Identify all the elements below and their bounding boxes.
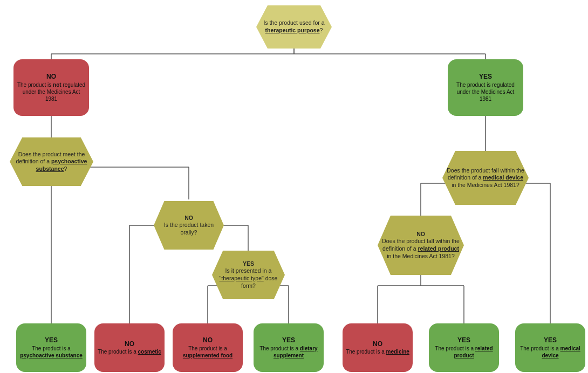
terminal-dietary-supplement: YES The product is a dietary supplement: [254, 323, 324, 372]
terminal-psychoactive-text: YES The product is a psychoactive substa…: [16, 334, 86, 361]
top-question-text: Is the product used for a therapeutic pu…: [256, 17, 332, 36]
psychoactive-question-text: Does the product meet the definition of …: [10, 149, 93, 175]
medical-device-question-text: Does the product fall within the definit…: [442, 165, 529, 191]
related-product-question-node: NODoes the product fall within the defin…: [378, 216, 464, 275]
terminal-cosmetic: NO The product is a cosmetic: [94, 323, 165, 372]
terminal-cosmetic-text: NO The product is a cosmetic: [95, 338, 164, 358]
flowchart: Is the product used for a therapeutic pu…: [0, 0, 588, 373]
terminal-related-product-text: YES The product is a related product: [429, 334, 499, 361]
therapeutic-type-question-node: YESIs it presented in a "therapeutic typ…: [212, 251, 285, 299]
terminal-medical-device: YES The product is a medical device: [515, 323, 585, 372]
no-medicines-act-text: NO The product is not regulated under th…: [13, 71, 89, 105]
therapeutic-type-question-text: YESIs it presented in a "therapeutic typ…: [212, 258, 285, 292]
orally-question-node: NOIs the product taken orally?: [154, 201, 224, 250]
terminal-related-product: YES The product is a related product: [429, 323, 499, 372]
terminal-medical-device-text: YES The product is a medical device: [515, 334, 585, 361]
related-product-question-text: NODoes the product fall within the defin…: [378, 229, 464, 263]
terminal-medicine-text: NO The product is a medicine: [343, 338, 412, 358]
orally-question-text: NOIs the product taken orally?: [154, 212, 224, 239]
terminal-supplemented-food-text: NO The product is a supplemented food: [173, 334, 243, 361]
terminal-psychoactive: YES The product is a psychoactive substa…: [16, 323, 86, 372]
terminal-medicine: NO The product is a medicine: [343, 323, 413, 372]
terminal-supplemented-food: NO The product is a supplemented food: [173, 323, 243, 372]
medical-device-question-node: Does the product fall within the definit…: [442, 151, 529, 205]
terminal-dietary-supplement-text: YES The product is a dietary supplement: [254, 334, 324, 361]
psychoactive-question-node: Does the product meet the definition of …: [10, 137, 93, 186]
yes-medicines-act-text: YES The product is regulated under the M…: [448, 71, 523, 105]
top-question-node: Is the product used for a therapeutic pu…: [256, 5, 332, 49]
yes-medicines-act-node: YES The product is regulated under the M…: [448, 59, 523, 116]
no-medicines-act-node: NO The product is not regulated under th…: [13, 59, 89, 116]
